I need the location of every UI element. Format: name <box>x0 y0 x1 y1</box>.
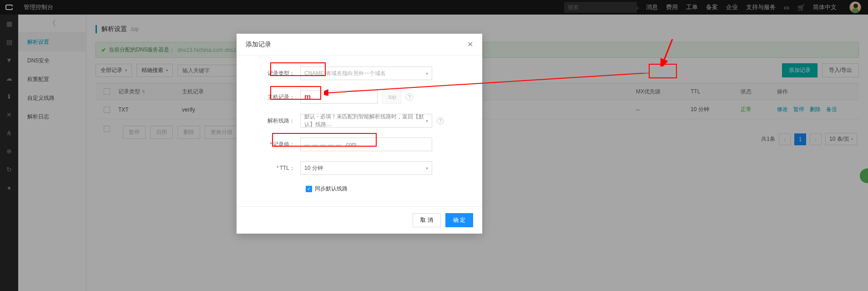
host-suffix: .top <box>382 90 401 104</box>
input-record-value[interactable]: ▬ ▬ ▬ ▬ ▬ .com <box>300 138 432 151</box>
record-value-masked: ▬ ▬ ▬ ▬ ▬ <box>304 141 342 148</box>
label-line: 解析线路： <box>246 117 300 125</box>
modal-close-icon[interactable]: ✕ <box>467 40 473 49</box>
chevron-down-icon: ▾ <box>426 166 428 171</box>
select-record-type-value: CNAME-将域名指向另外一个域名 <box>304 70 426 77</box>
select-ttl[interactable]: 10 分钟 ▾ <box>300 161 432 175</box>
select-line[interactable]: 默认 - 必填！未匹配到智能解析线路时，返回【默认】线路… ▾ <box>300 114 432 128</box>
select-ttl-value: 10 分钟 <box>304 164 426 172</box>
add-record-modal: 添加记录 ✕ 记录类型： CNAME-将域名指向另外一个域名 ▾ 主机记录： .… <box>237 34 482 234</box>
select-line-value: 默认 - 必填！未匹配到智能解析线路时，返回【默认】线路… <box>304 113 426 128</box>
label-record-type: 记录类型： <box>246 70 300 77</box>
help-icon[interactable]: ? <box>406 93 413 101</box>
input-host-record[interactable] <box>304 93 373 101</box>
label-host-record: 主机记录： <box>246 93 300 101</box>
sync-checkbox-label: 同步默认线路 <box>315 185 348 193</box>
help-icon[interactable]: ? <box>437 117 444 124</box>
confirm-button[interactable]: 确 定 <box>445 213 473 227</box>
sync-checkbox[interactable]: ✓ <box>306 186 312 192</box>
label-record-value: *记录值： <box>246 141 300 148</box>
chevron-down-icon: ▾ <box>426 118 428 123</box>
record-value-suffix: .com <box>344 141 356 148</box>
cancel-button[interactable]: 取 消 <box>413 213 440 227</box>
input-host-record-wrap[interactable] <box>300 90 378 104</box>
label-ttl: *TTL： <box>246 164 300 172</box>
select-record-type[interactable]: CNAME-将域名指向另外一个域名 ▾ <box>300 66 432 80</box>
modal-title: 添加记录 <box>246 41 271 49</box>
chevron-down-icon: ▾ <box>426 71 428 76</box>
